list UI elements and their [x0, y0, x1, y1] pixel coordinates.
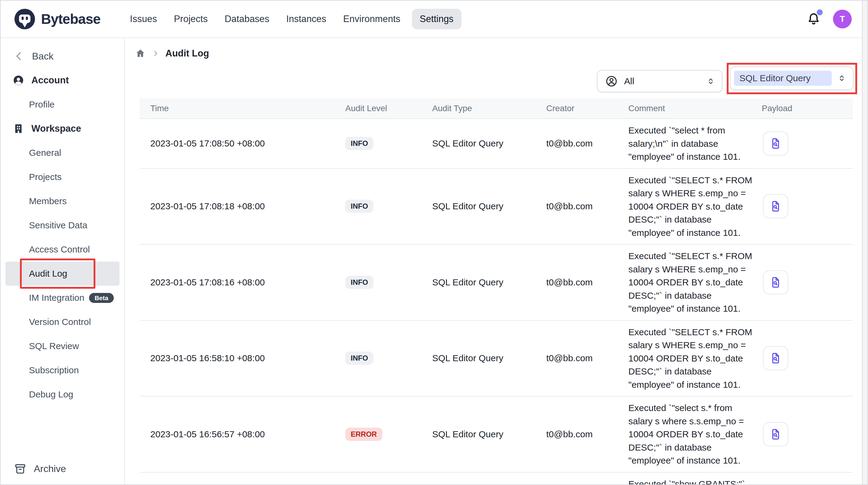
sidebar-item-label: Version Control: [29, 317, 91, 327]
sidebar-item-audit-log[interactable]: Audit Log: [5, 261, 120, 286]
vertical-scrollbar[interactable]: [862, 1, 867, 484]
nav-item-databases[interactable]: Databases: [219, 9, 275, 29]
sidebar-section-label: Account: [31, 75, 69, 86]
sidebar-item-sensitive-data[interactable]: Sensitive Data: [1, 213, 124, 237]
sidebar-section-workspace: Workspace: [1, 117, 124, 141]
sidebar-item-projects[interactable]: Projects: [1, 165, 124, 189]
time-cell: 2023-01-05 16:58:10 +08:00: [140, 353, 345, 363]
nav-item-settings[interactable]: Settings: [412, 9, 462, 29]
sidebar-item-profile[interactable]: Profile: [1, 92, 124, 117]
payload-view-button[interactable]: [763, 270, 788, 294]
sidebar-item-general[interactable]: General: [1, 141, 124, 165]
time-cell: 2023-01-05 17:08:18 +08:00: [140, 201, 345, 211]
sidebar-item-sql-review[interactable]: SQL Review: [1, 334, 124, 358]
brand-logo[interactable]: Bytebase: [14, 8, 100, 30]
user-avatar[interactable]: T: [833, 10, 852, 28]
home-icon[interactable]: [134, 48, 146, 59]
audit-level-badge: ERROR: [345, 428, 382, 441]
audit-log-table: Time Audit Level Audit Type Creator Comm…: [140, 98, 853, 485]
file-search-icon: [769, 276, 782, 289]
audit-level-badge: INFO: [345, 200, 373, 213]
sidebar-item-im-integration[interactable]: IM IntegrationBeta: [1, 286, 124, 310]
comment-cell: Executed `"SELECT s.* FROM salary s WHER…: [628, 174, 756, 239]
brand-name: Bytebase: [41, 11, 100, 27]
nav-item-instances[interactable]: Instances: [281, 9, 332, 29]
bytebase-app: Bytebase IssuesProjectsDatabasesInstance…: [0, 0, 868, 485]
table-row: 2023-01-05 16:56:57 +08:00 ERROR SQL Edi…: [140, 397, 853, 473]
nav-item-projects[interactable]: Projects: [168, 9, 213, 29]
audit-type-cell: SQL Editor Query: [432, 138, 546, 149]
column-header-audit-type: Audit Type: [432, 104, 546, 113]
page-title: Audit Log: [165, 48, 209, 59]
creator-cell: t0@bb.com: [546, 138, 628, 149]
nav-item-issues[interactable]: Issues: [125, 9, 163, 29]
audit-type-filter-select[interactable]: SQL Editor Query: [730, 66, 854, 90]
notification-bell-button[interactable]: [806, 11, 822, 27]
person-circle-icon: [605, 75, 618, 88]
table-body: 2023-01-05 17:08:50 +08:00 INFO SQL Edit…: [140, 119, 853, 485]
back-button[interactable]: Back: [1, 44, 124, 68]
archive-label: Archive: [34, 463, 66, 475]
creator-cell: t0@bb.com: [546, 353, 628, 363]
payload-view-button[interactable]: [763, 131, 788, 155]
payload-cell: [762, 131, 853, 155]
comment-cell: Executed `"SELECT s.* FROM salary s WHER…: [628, 250, 756, 315]
sidebar-item-debug-log[interactable]: Debug Log: [1, 382, 124, 406]
audit-type-cell: SQL Editor Query: [432, 201, 546, 211]
sidebar-item-version-control[interactable]: Version Control: [1, 310, 124, 334]
audit-level-cell: INFO: [345, 137, 432, 150]
time-cell: 2023-01-05 17:08:50 +08:00: [140, 138, 345, 149]
column-header-time: Time: [140, 104, 345, 113]
breadcrumb: Audit Log: [134, 48, 209, 59]
time-cell: 2023-01-05 16:56:57 +08:00: [140, 429, 345, 439]
annotation-box-type-filter: SQL Editor Query: [727, 63, 857, 94]
payload-view-button[interactable]: [763, 422, 788, 446]
chevron-up-down-icon: [837, 73, 847, 83]
column-header-creator: Creator: [546, 104, 628, 113]
audit-type-cell: SQL Editor Query: [432, 353, 546, 363]
sidebar-section-account: Account: [1, 68, 124, 92]
audit-level-cell: INFO: [345, 351, 432, 365]
top-nav: Bytebase IssuesProjectsDatabasesInstance…: [1, 1, 867, 38]
sidebar-item-members[interactable]: Members: [1, 189, 124, 213]
audit-level-cell: INFO: [345, 276, 432, 289]
column-header-audit-level: Audit Level: [345, 104, 432, 113]
audit-type-cell: SQL Editor Query: [432, 429, 546, 439]
table-row: 2023-01-05 17:08:16 +08:00 INFO SQL Edit…: [140, 245, 853, 321]
payload-cell: [762, 270, 853, 294]
column-header-comment: Comment: [628, 104, 762, 113]
nav-item-environments[interactable]: Environments: [338, 9, 406, 29]
payload-cell: [762, 346, 853, 370]
creator-cell: t0@bb.com: [546, 429, 628, 439]
archive-icon: [14, 462, 27, 475]
creator-filter-select[interactable]: All: [597, 70, 722, 92]
file-search-icon: [769, 137, 782, 150]
sidebar-item-label: Profile: [29, 99, 55, 110]
bytebase-logo-icon: [14, 8, 36, 30]
file-search-icon: [769, 200, 782, 212]
sidebar-item-subscription[interactable]: Subscription: [1, 358, 124, 382]
beta-badge: Beta: [89, 293, 114, 303]
payload-view-button[interactable]: [763, 194, 788, 218]
time-cell: 2023-01-05 17:08:16 +08:00: [140, 277, 345, 287]
sidebar-item-label: Members: [29, 196, 67, 206]
sidebar-item-access-control[interactable]: Access Control: [1, 237, 124, 261]
nav-right: T: [806, 10, 852, 28]
sidebar-menu: AccountProfileWorkspaceGeneralProjectsMe…: [1, 68, 124, 406]
sidebar-item-archive[interactable]: Archive: [1, 457, 124, 481]
payload-cell: [762, 422, 853, 446]
audit-type-filter-value: SQL Editor Query: [734, 71, 832, 86]
sidebar-item-label: Subscription: [29, 365, 79, 375]
sidebar-item-label: General: [29, 148, 61, 158]
main-nav: IssuesProjectsDatabasesInstancesEnvironm…: [125, 9, 462, 29]
audit-level-badge: INFO: [345, 137, 373, 150]
table-row: 2023-01-05 17:08:18 +08:00 INFO SQL Edit…: [140, 169, 853, 245]
creator-cell: t0@bb.com: [546, 201, 628, 211]
payload-view-button[interactable]: [763, 346, 788, 370]
table-row: 2023-01-05 17:08:50 +08:00 INFO SQL Edit…: [140, 119, 853, 169]
notification-dot: [817, 9, 823, 16]
sidebar-item-label: Sensitive Data: [29, 220, 87, 230]
table-row: 2023-01-05 16:58:10 +08:00 INFO SQL Edit…: [140, 321, 853, 397]
chevron-left-icon: [14, 51, 24, 61]
sidebar-item-label: Debug Log: [29, 389, 73, 400]
